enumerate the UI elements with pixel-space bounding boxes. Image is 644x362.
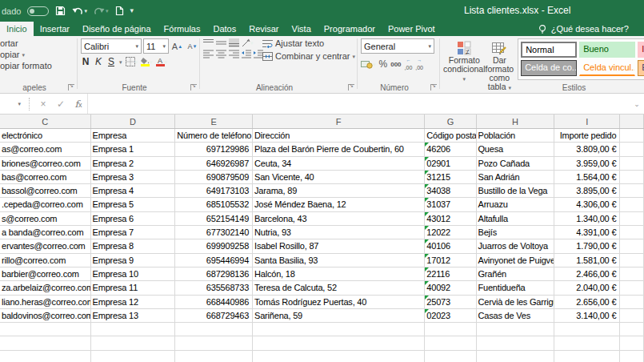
cell[interactable]: bas@correo.com (0, 171, 91, 184)
borders-button[interactable]: ▾ (126, 57, 138, 66)
wrap-text-button[interactable]: Ajustar texto (262, 38, 355, 49)
formula-input[interactable] (87, 94, 630, 114)
cell[interactable]: Teresa de Calcuta, 52 (253, 281, 425, 295)
cell[interactable]: Nutria, 93 (253, 226, 425, 239)
cell[interactable]: 695446994 (175, 254, 253, 267)
cell[interactable]: Quesa (477, 143, 555, 156)
cell[interactable]: 40092 (425, 281, 476, 295)
column-header-partial[interactable] (620, 115, 644, 128)
decrease-decimal-button[interactable]: →,00 (415, 56, 423, 72)
cell[interactable]: baldovinos@correo.com (0, 309, 91, 323)
cell[interactable]: ervantes@correo.com (0, 239, 91, 253)
cell[interactable] (620, 336, 644, 350)
align-middle-button[interactable] (216, 38, 226, 47)
cell[interactable]: Importe pedido (554, 129, 620, 143)
cell[interactable]: Halcón, 18 (253, 267, 425, 281)
bold-button[interactable]: N (81, 56, 90, 67)
cell[interactable]: Empresa 4 (91, 184, 176, 198)
cell[interactable]: 43012 (425, 212, 476, 226)
cut-button[interactable]: ortar (0, 38, 77, 49)
cell[interactable] (477, 336, 555, 350)
cell[interactable]: 3.809,00 € (554, 143, 620, 156)
increase-decimal-button[interactable]: ←,00 (405, 56, 413, 72)
cell[interactable] (91, 351, 176, 362)
cell[interactable]: Empresa 6 (91, 212, 176, 226)
cell[interactable] (620, 129, 644, 143)
cell[interactable]: 1.340,00 € (554, 212, 620, 226)
cell[interactable]: Población (477, 129, 555, 143)
cell[interactable]: Casas de Ves (477, 309, 555, 323)
tab-inicio[interactable]: Inicio (0, 22, 34, 36)
align-bottom-button[interactable] (229, 38, 239, 47)
cell[interactable]: 1.564,00 € (554, 171, 620, 184)
cell[interactable]: 31037 (425, 198, 476, 211)
underline-button[interactable]: S (106, 56, 116, 67)
cell[interactable]: Ceuta, 34 (253, 157, 425, 171)
cell[interactable] (175, 351, 253, 362)
cell[interactable] (253, 323, 425, 336)
cell[interactable]: 2.656,00 € (554, 296, 620, 309)
cell[interactable]: Fuentidueña (477, 281, 555, 295)
cell[interactable] (620, 157, 644, 171)
cell[interactable]: 668729463 (175, 309, 253, 323)
cell[interactable]: 687298136 (175, 267, 253, 281)
cell[interactable]: 4.391,00 € (554, 226, 620, 239)
tab-vista[interactable]: Vista (286, 22, 318, 36)
merge-center-button[interactable]: Combinar y centrar ▾ (262, 51, 355, 62)
align-left-button[interactable] (203, 50, 214, 58)
undo-button[interactable]: ▾ (72, 6, 87, 16)
cell[interactable]: 02023 (425, 309, 476, 323)
cell[interactable]: 677302140 (175, 226, 253, 239)
decrease-font-button[interactable]: A▼ (186, 42, 199, 50)
cell[interactable]: 697129986 (175, 143, 253, 156)
cell[interactable] (620, 254, 644, 267)
tab-dise-o-de-p-gina[interactable]: Diseño de página (76, 22, 158, 36)
cell[interactable] (554, 351, 620, 362)
column-header-G[interactable]: G (425, 115, 476, 128)
tab-f-rmulas[interactable]: Fórmulas (158, 22, 207, 36)
italic-button[interactable]: K (94, 56, 103, 67)
cell[interactable]: Santa Basilia, 93 (253, 254, 425, 267)
cell[interactable]: Bejís (477, 226, 555, 239)
cell[interactable]: rillo@correo.com (0, 254, 91, 267)
cell[interactable] (620, 198, 644, 211)
cell[interactable]: as@correo.com (0, 143, 91, 156)
cell[interactable]: Empresa 10 (91, 267, 176, 281)
alineacion-dialog-launcher[interactable] (348, 84, 354, 90)
tab-revisar[interactable]: Revisar (242, 22, 285, 36)
cell[interactable] (620, 296, 644, 309)
cell[interactable]: 34038 (425, 184, 476, 198)
cell[interactable] (425, 323, 476, 336)
cell[interactable]: 17012 (425, 254, 476, 267)
cell[interactable]: a banda@correo.com (0, 226, 91, 239)
cell[interactable]: 25073 (425, 296, 476, 309)
cell[interactable]: Número de teléfono (175, 129, 253, 143)
cell[interactable] (620, 184, 644, 198)
cell[interactable] (620, 239, 644, 253)
cell[interactable]: 12022 (425, 226, 476, 239)
cell[interactable]: za.arbelaiz@correo.com (0, 281, 91, 295)
tab-programador[interactable]: Programador (318, 22, 382, 36)
column-header-H[interactable]: H (477, 115, 555, 128)
cell-style-bueno[interactable]: Bueno (579, 42, 635, 58)
cell[interactable]: Plaza del Barón Pierre de Coubertin, 60 (253, 143, 425, 156)
cell[interactable]: 652154149 (175, 212, 253, 226)
cell[interactable]: electrónico (0, 129, 91, 143)
cell[interactable]: 22116 (425, 267, 476, 281)
cell[interactable]: Jarama, 89 (253, 184, 425, 198)
insert-function-button[interactable]: fx (70, 99, 87, 110)
redo-button[interactable]: ▾ (94, 6, 109, 16)
cell[interactable]: San Adrián (477, 171, 555, 184)
cell[interactable] (91, 323, 176, 336)
column-header-E[interactable]: E (175, 115, 253, 128)
cell[interactable]: Pozo Cañada (477, 157, 555, 171)
format-painter-button[interactable]: opiar formato (0, 61, 77, 71)
cell[interactable]: liano.heras@correo.com (0, 296, 91, 309)
cell[interactable] (425, 336, 476, 350)
cell[interactable]: Altafulla (477, 212, 555, 226)
cell[interactable]: Empresa 7 (91, 226, 176, 239)
cell[interactable] (0, 336, 91, 350)
cell[interactable]: Tomás Rodríguez Puertas, 40 (253, 296, 425, 309)
cell[interactable]: San Vicente, 40 (253, 171, 425, 184)
tab-insertar[interactable]: Insertar (34, 22, 76, 36)
